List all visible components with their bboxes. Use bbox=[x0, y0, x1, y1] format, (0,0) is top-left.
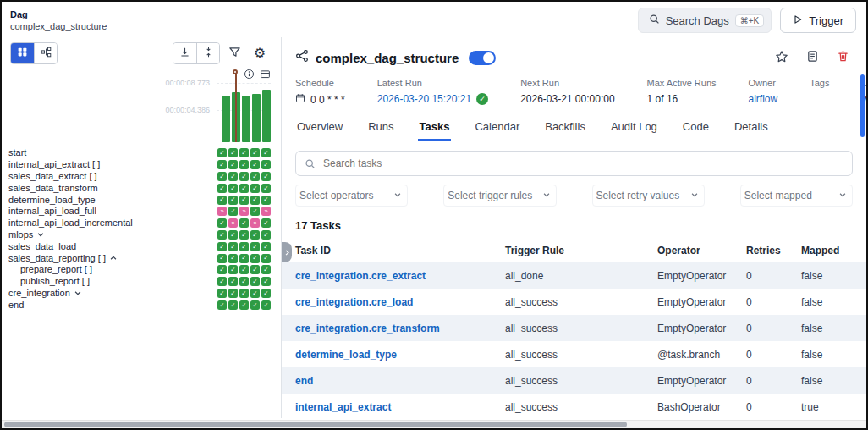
task-label[interactable]: sales_data_load bbox=[8, 242, 76, 251]
task-instance-success[interactable]: ✓ bbox=[217, 230, 227, 240]
chevron-up-icon[interactable] bbox=[109, 254, 118, 262]
task-instance-success[interactable]: ✓ bbox=[239, 289, 249, 298]
task-instance-success[interactable]: ✓ bbox=[239, 300, 249, 310]
task-instance-success[interactable]: ✓ bbox=[217, 289, 227, 298]
task-label[interactable]: internal_api_load_full bbox=[8, 207, 96, 216]
task-label[interactable]: internal_api_extract [ ] bbox=[8, 160, 100, 169]
task-instance-success[interactable]: ✓ bbox=[250, 254, 260, 263]
task-instance-success[interactable]: ✓ bbox=[217, 196, 227, 205]
task-id-link[interactable]: determine_load_type bbox=[295, 349, 505, 361]
task-instance-success[interactable]: ✓ bbox=[250, 207, 260, 216]
task-id-link[interactable]: end bbox=[295, 375, 505, 387]
task-instance-success[interactable]: ✓ bbox=[261, 254, 271, 263]
task-instance-skipped[interactable]: » bbox=[239, 207, 249, 216]
task-label[interactable]: mlops bbox=[8, 230, 33, 240]
task-instance-success[interactable]: ✓ bbox=[228, 207, 238, 216]
column-header-task-id[interactable]: Task ID bbox=[295, 245, 505, 256]
tab-calendar[interactable]: Calendar bbox=[473, 116, 521, 141]
task-id-link[interactable]: cre_integration.cre_transform bbox=[295, 322, 505, 334]
task-instance-success[interactable]: ✓ bbox=[250, 277, 260, 286]
task-instance-success[interactable]: ✓ bbox=[217, 148, 227, 157]
task-label[interactable]: cre_integration bbox=[8, 289, 70, 298]
collapse-all-button[interactable] bbox=[196, 43, 219, 63]
task-instance-success[interactable]: ✓ bbox=[217, 277, 227, 286]
task-label[interactable]: sales_data_transform bbox=[8, 184, 98, 193]
task-instance-success[interactable]: ✓ bbox=[217, 172, 227, 181]
task-instance-success[interactable]: ✓ bbox=[250, 196, 260, 205]
task-instance-success[interactable]: ✓ bbox=[261, 160, 271, 169]
task-instance-success[interactable]: ✓ bbox=[228, 160, 238, 169]
task-instance-success[interactable]: ✓ bbox=[239, 172, 249, 181]
task-instance-success[interactable]: ✓ bbox=[239, 148, 249, 157]
dag-pause-toggle[interactable] bbox=[469, 51, 496, 65]
task-instance-success[interactable]: ✓ bbox=[261, 289, 271, 298]
task-instance-success[interactable]: ✓ bbox=[217, 242, 227, 251]
chevron-down-icon[interactable] bbox=[74, 289, 82, 297]
tab-tasks[interactable]: Tasks bbox=[418, 116, 452, 141]
dag-docs-button[interactable] bbox=[804, 47, 821, 68]
task-instance-success[interactable]: ✓ bbox=[250, 184, 260, 193]
settings-button[interactable]: ⚙ bbox=[249, 43, 271, 63]
owner-link[interactable]: airflow bbox=[749, 93, 778, 105]
task-instance-success[interactable]: ✓ bbox=[228, 230, 238, 240]
task-instance-success[interactable]: ✓ bbox=[228, 254, 238, 263]
dag-run-bar[interactable] bbox=[222, 96, 230, 142]
task-label[interactable]: sales_data_reporting [ ] bbox=[8, 254, 106, 263]
dag-run-bar[interactable] bbox=[252, 94, 261, 142]
task-instance-skipped[interactable]: » bbox=[217, 207, 227, 216]
task-instance-success[interactable]: ✓ bbox=[217, 300, 227, 310]
vertical-scrollbar-thumb[interactable] bbox=[860, 74, 865, 137]
task-instance-success[interactable]: ✓ bbox=[239, 277, 249, 286]
task-instance-skipped[interactable]: » bbox=[261, 207, 271, 216]
task-instance-success[interactable]: ✓ bbox=[239, 218, 249, 228]
selected-run-marker[interactable] bbox=[235, 73, 237, 142]
task-instance-success[interactable]: ✓ bbox=[261, 148, 271, 157]
breadcrumb-dag-name[interactable]: complex_dag_structure bbox=[10, 21, 107, 31]
task-instance-success[interactable]: ✓ bbox=[217, 184, 227, 193]
task-instance-success[interactable]: ✓ bbox=[217, 265, 227, 274]
chevron-down-icon[interactable] bbox=[36, 230, 45, 239]
task-instance-success[interactable]: ✓ bbox=[261, 230, 271, 240]
task-label[interactable]: end bbox=[8, 300, 24, 310]
task-instance-success[interactable]: ✓ bbox=[239, 265, 249, 274]
task-instance-success[interactable]: ✓ bbox=[228, 148, 238, 157]
task-instance-success[interactable]: ✓ bbox=[261, 196, 271, 205]
task-instance-success[interactable]: ✓ bbox=[217, 160, 227, 169]
task-instance-success[interactable]: ✓ bbox=[228, 242, 238, 251]
tab-backfills[interactable]: Backfills bbox=[543, 116, 587, 141]
task-instance-success[interactable]: ✓ bbox=[239, 160, 249, 169]
task-instance-success[interactable]: ✓ bbox=[250, 242, 260, 251]
task-instance-success[interactable]: ✓ bbox=[228, 265, 238, 274]
column-header-mapped[interactable]: Mapped bbox=[801, 245, 866, 256]
filter-select-mapped[interactable]: Select mapped bbox=[740, 185, 853, 207]
task-instance-success[interactable]: ✓ bbox=[239, 184, 249, 193]
dag-run-bar[interactable] bbox=[242, 96, 250, 142]
task-instance-success[interactable]: ✓ bbox=[228, 184, 238, 193]
task-label[interactable]: prepare_report [ ] bbox=[8, 265, 92, 274]
task-instance-success[interactable]: ✓ bbox=[228, 277, 238, 286]
task-label[interactable]: start bbox=[8, 148, 26, 157]
task-instance-success[interactable]: ✓ bbox=[250, 160, 260, 169]
horizontal-scrollbar-thumb[interactable] bbox=[4, 422, 627, 427]
graph-view-button[interactable] bbox=[34, 43, 57, 63]
task-instance-skipped[interactable]: » bbox=[228, 218, 238, 228]
task-instance-success[interactable]: ✓ bbox=[261, 184, 271, 193]
filter-select-trigger-rules[interactable]: Select trigger rules bbox=[443, 185, 556, 207]
expand-all-button[interactable] bbox=[173, 43, 196, 63]
tab-runs[interactable]: Runs bbox=[366, 116, 395, 141]
tab-audit-log[interactable]: Audit Log bbox=[609, 116, 659, 141]
task-instance-success[interactable]: ✓ bbox=[261, 277, 271, 286]
task-instance-skipped[interactable]: » bbox=[250, 218, 260, 228]
task-id-link[interactable]: internal_api_extract bbox=[295, 401, 505, 413]
grid-view-button[interactable] bbox=[11, 43, 34, 63]
filter-select-operators[interactable]: Select operators bbox=[295, 185, 408, 207]
task-instance-success[interactable]: ✓ bbox=[217, 218, 227, 228]
display-options-icon[interactable] bbox=[260, 68, 271, 83]
task-label[interactable]: determine_load_type bbox=[8, 196, 96, 205]
task-instance-success[interactable]: ✓ bbox=[261, 218, 271, 228]
task-instance-success[interactable]: ✓ bbox=[250, 300, 260, 310]
column-header-trigger-rule[interactable]: Trigger Rule bbox=[505, 245, 657, 256]
tab-overview[interactable]: Overview bbox=[295, 116, 344, 141]
task-instance-success[interactable]: ✓ bbox=[228, 289, 238, 298]
trigger-button[interactable]: Trigger bbox=[780, 8, 856, 33]
